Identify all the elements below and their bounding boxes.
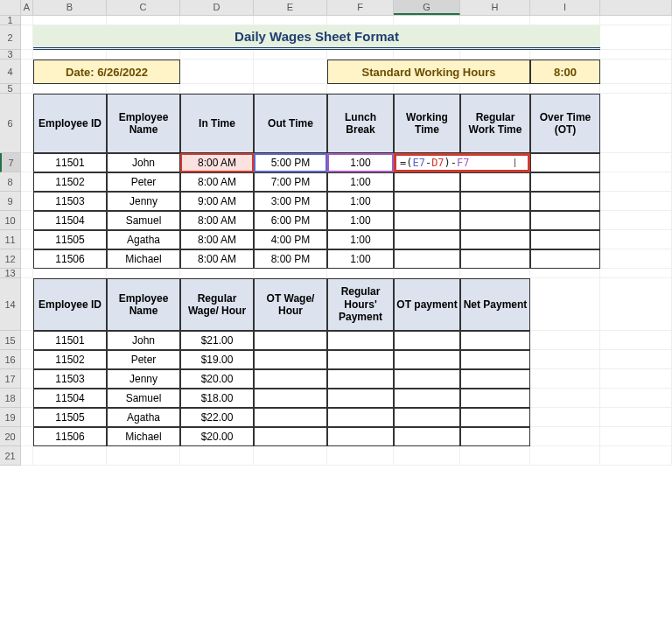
row-header-17[interactable]: 17 (0, 369, 21, 389)
table-row[interactable] (327, 389, 394, 408)
table-row[interactable] (530, 172, 600, 192)
t2-hdr-netpay[interactable]: Net Payment (460, 278, 530, 331)
col-header-d[interactable]: D (180, 0, 254, 15)
table-row[interactable]: 1:00 (327, 192, 394, 211)
table-row[interactable] (254, 331, 327, 350)
table-row[interactable]: Samuel (107, 211, 180, 230)
row-header-3[interactable]: 3 (0, 50, 21, 60)
t1-hdr-empname[interactable]: Employee Name (107, 94, 180, 153)
table-row[interactable]: 11506 (33, 427, 107, 446)
table-row[interactable]: $21.00 (180, 331, 254, 350)
table-row[interactable]: 1:00 (327, 249, 394, 269)
table-row[interactable]: 8:00 PM (254, 249, 327, 269)
table-row[interactable]: 11503 (33, 192, 107, 211)
table-row[interactable] (460, 230, 530, 249)
row-header-19[interactable]: 19 (0, 408, 21, 427)
table-row[interactable] (254, 427, 327, 446)
t1-hdr-ot[interactable]: Over Time (OT) (530, 94, 600, 153)
col-header-b[interactable]: B (33, 0, 107, 15)
col-header-e[interactable]: E (254, 0, 327, 15)
row-header-9[interactable]: 9 (0, 192, 21, 211)
table-row[interactable]: 11502 (33, 350, 107, 369)
table-row[interactable] (254, 389, 327, 408)
table-row[interactable] (460, 350, 530, 369)
table-row[interactable] (460, 369, 530, 389)
table-row[interactable] (394, 211, 460, 230)
table-row[interactable] (530, 192, 600, 211)
col-header-g[interactable]: G (394, 0, 460, 15)
table-row[interactable] (254, 350, 327, 369)
table-row[interactable] (460, 249, 530, 269)
row-header-21[interactable]: 21 (0, 446, 21, 466)
col-header-a[interactable]: A (21, 0, 33, 15)
t1-hdr-outtime[interactable]: Out Time (254, 94, 327, 153)
row-header-13[interactable]: 13 (0, 269, 21, 278)
table-row[interactable]: John (107, 331, 180, 350)
table-row[interactable]: 11501 (33, 331, 107, 350)
table-row[interactable] (530, 230, 600, 249)
table-row[interactable] (460, 389, 530, 408)
table-row[interactable] (394, 331, 460, 350)
table-row[interactable] (394, 350, 460, 369)
table-row[interactable] (327, 350, 394, 369)
table-row[interactable]: Michael (107, 249, 180, 269)
date-box[interactable]: Date: 6/26/2022 (33, 60, 180, 84)
table-row[interactable] (530, 249, 600, 269)
table-row[interactable]: John (107, 153, 180, 172)
table-row[interactable]: 1:00 (327, 230, 394, 249)
table-row[interactable]: Agatha (107, 230, 180, 249)
t1-hdr-lunch[interactable]: Lunch Break (327, 94, 394, 153)
table-row[interactable]: Jenny (107, 369, 180, 389)
table-row[interactable] (394, 172, 460, 192)
table-row[interactable]: $20.00 (180, 427, 254, 446)
table-row[interactable]: 11501 (33, 153, 107, 172)
col-header-c[interactable]: C (107, 0, 180, 15)
table-row[interactable]: 8:00 AM (180, 230, 254, 249)
table-row[interactable] (254, 408, 327, 427)
col-header-f[interactable]: F (327, 0, 394, 15)
table-row[interactable] (327, 369, 394, 389)
table-row[interactable] (460, 331, 530, 350)
table-row[interactable]: 11504 (33, 211, 107, 230)
col-header-i[interactable]: I (530, 0, 600, 15)
t2-hdr-regpay[interactable]: Regular Hours' Payment (327, 278, 394, 331)
table-row[interactable]: Agatha (107, 408, 180, 427)
table-row[interactable]: 11504 (33, 389, 107, 408)
selectall-corner[interactable] (0, 0, 21, 15)
table-row[interactable]: 1:00 (327, 172, 394, 192)
row-header-10[interactable]: 10 (0, 211, 21, 230)
table-row[interactable]: 7:00 PM (254, 172, 327, 192)
table-row[interactable]: Samuel (107, 389, 180, 408)
table-row[interactable] (254, 369, 327, 389)
table-row[interactable] (394, 249, 460, 269)
table-row[interactable] (394, 389, 460, 408)
table-row[interactable]: 11503 (33, 369, 107, 389)
cell-d7[interactable]: 8:00 AM (180, 153, 254, 172)
table-row[interactable]: 11506 (33, 249, 107, 269)
row-header-14[interactable]: 14 (0, 278, 21, 331)
table-row[interactable]: 6:00 PM (254, 211, 327, 230)
table-row[interactable] (327, 331, 394, 350)
t2-hdr-regwage[interactable]: Regular Wage/ Hour (180, 278, 254, 331)
table-row[interactable]: 11502 (33, 172, 107, 192)
t1-hdr-empid[interactable]: Employee ID (33, 94, 107, 153)
row-header-20[interactable]: 20 (0, 427, 21, 446)
row-header-7[interactable]: 7 (0, 153, 21, 172)
table-row[interactable]: Peter (107, 350, 180, 369)
row-header-6[interactable]: 6 (0, 94, 21, 153)
row-header-2[interactable]: 2 (0, 25, 21, 50)
row-header-8[interactable]: 8 (0, 172, 21, 192)
t2-hdr-empname[interactable]: Employee Name (107, 278, 180, 331)
row-header-18[interactable]: 18 (0, 389, 21, 408)
table-row[interactable] (394, 192, 460, 211)
t1-hdr-regular[interactable]: Regular Work Time (460, 94, 530, 153)
col-header-h[interactable]: H (460, 0, 530, 15)
table-row[interactable]: 11505 (33, 230, 107, 249)
table-row[interactable] (460, 192, 530, 211)
table-row[interactable] (394, 427, 460, 446)
table-row[interactable] (394, 230, 460, 249)
table-row[interactable] (460, 211, 530, 230)
row-header-12[interactable]: 12 (0, 249, 21, 269)
row-header-15[interactable]: 15 (0, 331, 21, 350)
table-row[interactable] (460, 408, 530, 427)
